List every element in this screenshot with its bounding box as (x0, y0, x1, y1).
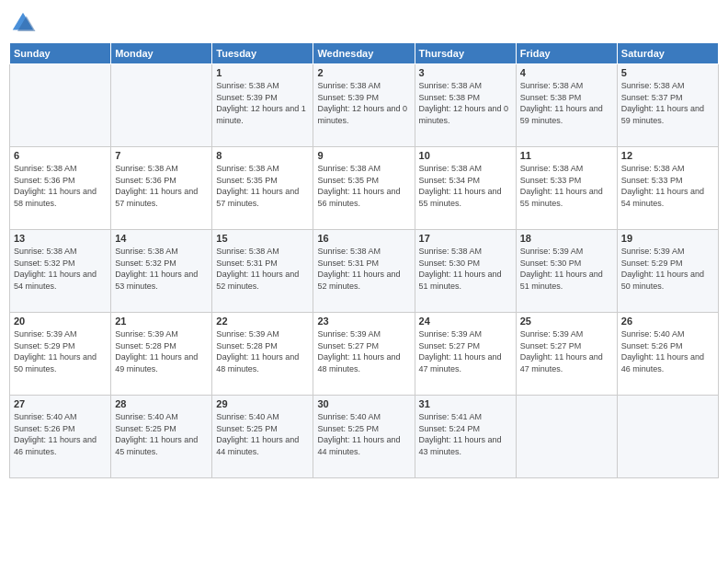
day-number: 4 (520, 67, 613, 78)
day-number: 20 (14, 316, 107, 327)
day-number: 26 (621, 316, 714, 327)
day-number: 15 (216, 233, 309, 244)
calendar-cell: 26Sunrise: 5:40 AM Sunset: 5:26 PM Dayli… (617, 313, 718, 396)
calendar-cell (617, 396, 718, 478)
cell-content: Sunrise: 5:38 AM Sunset: 5:38 PM Dayligh… (520, 80, 613, 126)
cell-content: Sunrise: 5:38 AM Sunset: 5:34 PM Dayligh… (419, 163, 512, 209)
cell-content: Sunrise: 5:39 AM Sunset: 5:29 PM Dayligh… (621, 246, 714, 292)
cell-content: Sunrise: 5:38 AM Sunset: 5:33 PM Dayligh… (621, 163, 714, 209)
cell-content: Sunrise: 5:40 AM Sunset: 5:25 PM Dayligh… (216, 411, 309, 457)
page-header (9, 9, 719, 37)
calendar-cell: 13Sunrise: 5:38 AM Sunset: 5:32 PM Dayli… (10, 230, 111, 313)
calendar-cell: 22Sunrise: 5:39 AM Sunset: 5:28 PM Dayli… (212, 313, 313, 396)
day-number: 11 (520, 150, 613, 161)
day-number: 28 (115, 398, 208, 409)
week-row-2: 13Sunrise: 5:38 AM Sunset: 5:32 PM Dayli… (10, 230, 719, 313)
calendar-cell: 14Sunrise: 5:38 AM Sunset: 5:32 PM Dayli… (111, 230, 212, 313)
cell-content: Sunrise: 5:38 AM Sunset: 5:39 PM Dayligh… (317, 80, 410, 126)
cell-content: Sunrise: 5:40 AM Sunset: 5:26 PM Dayligh… (14, 411, 107, 457)
header-cell-saturday: Saturday (617, 43, 718, 64)
day-number: 19 (621, 233, 714, 244)
day-number: 29 (216, 398, 309, 409)
calendar-cell: 24Sunrise: 5:39 AM Sunset: 5:27 PM Dayli… (415, 313, 516, 396)
calendar-cell: 5Sunrise: 5:38 AM Sunset: 5:37 PM Daylig… (617, 64, 718, 147)
day-number: 3 (419, 67, 512, 78)
calendar-cell: 4Sunrise: 5:38 AM Sunset: 5:38 PM Daylig… (516, 64, 617, 147)
day-number: 16 (317, 233, 410, 244)
day-number: 22 (216, 316, 309, 327)
cell-content: Sunrise: 5:38 AM Sunset: 5:39 PM Dayligh… (216, 80, 309, 126)
calendar-cell: 1Sunrise: 5:38 AM Sunset: 5:39 PM Daylig… (212, 64, 313, 147)
calendar-cell: 19Sunrise: 5:39 AM Sunset: 5:29 PM Dayli… (617, 230, 718, 313)
day-number: 27 (14, 398, 107, 409)
cell-content: Sunrise: 5:38 AM Sunset: 5:31 PM Dayligh… (317, 246, 410, 292)
cell-content: Sunrise: 5:38 AM Sunset: 5:38 PM Dayligh… (419, 80, 512, 126)
cell-content: Sunrise: 5:40 AM Sunset: 5:26 PM Dayligh… (621, 328, 714, 374)
header-cell-wednesday: Wednesday (313, 43, 415, 64)
day-number: 18 (520, 233, 613, 244)
cell-content: Sunrise: 5:38 AM Sunset: 5:30 PM Dayligh… (419, 246, 512, 292)
logo (9, 9, 40, 37)
calendar-cell: 29Sunrise: 5:40 AM Sunset: 5:25 PM Dayli… (212, 396, 313, 478)
calendar-table: SundayMondayTuesdayWednesdayThursdayFrid… (9, 42, 719, 478)
day-number: 14 (115, 233, 208, 244)
cell-content: Sunrise: 5:39 AM Sunset: 5:28 PM Dayligh… (216, 328, 309, 374)
cell-content: Sunrise: 5:38 AM Sunset: 5:33 PM Dayligh… (520, 163, 613, 209)
calendar-cell: 27Sunrise: 5:40 AM Sunset: 5:26 PM Dayli… (10, 396, 111, 478)
cell-content: Sunrise: 5:39 AM Sunset: 5:28 PM Dayligh… (115, 328, 208, 374)
day-number: 5 (621, 67, 714, 78)
day-number: 31 (419, 398, 512, 409)
calendar-cell: 17Sunrise: 5:38 AM Sunset: 5:30 PM Dayli… (415, 230, 516, 313)
day-number: 1 (216, 67, 309, 78)
calendar-cell (10, 64, 111, 147)
cell-content: Sunrise: 5:38 AM Sunset: 5:37 PM Dayligh… (621, 80, 714, 126)
header-row: SundayMondayTuesdayWednesdayThursdayFrid… (10, 43, 719, 64)
day-number: 13 (14, 233, 107, 244)
week-row-4: 27Sunrise: 5:40 AM Sunset: 5:26 PM Dayli… (10, 396, 719, 478)
day-number: 6 (14, 150, 107, 161)
cell-content: Sunrise: 5:38 AM Sunset: 5:36 PM Dayligh… (14, 163, 107, 209)
calendar-cell: 12Sunrise: 5:38 AM Sunset: 5:33 PM Dayli… (617, 147, 718, 230)
calendar-cell: 18Sunrise: 5:39 AM Sunset: 5:30 PM Dayli… (516, 230, 617, 313)
calendar-cell: 23Sunrise: 5:39 AM Sunset: 5:27 PM Dayli… (313, 313, 415, 396)
day-number: 30 (317, 398, 410, 409)
day-number: 2 (317, 67, 410, 78)
calendar-cell: 25Sunrise: 5:39 AM Sunset: 5:27 PM Dayli… (516, 313, 617, 396)
calendar-cell: 2Sunrise: 5:38 AM Sunset: 5:39 PM Daylig… (313, 64, 415, 147)
calendar-cell (111, 64, 212, 147)
calendar-cell: 7Sunrise: 5:38 AM Sunset: 5:36 PM Daylig… (111, 147, 212, 230)
day-number: 24 (419, 316, 512, 327)
calendar-cell: 15Sunrise: 5:38 AM Sunset: 5:31 PM Dayli… (212, 230, 313, 313)
cell-content: Sunrise: 5:39 AM Sunset: 5:27 PM Dayligh… (419, 328, 512, 374)
day-number: 9 (317, 150, 410, 161)
cell-content: Sunrise: 5:38 AM Sunset: 5:32 PM Dayligh… (115, 246, 208, 292)
calendar-cell: 31Sunrise: 5:41 AM Sunset: 5:24 PM Dayli… (415, 396, 516, 478)
cell-content: Sunrise: 5:38 AM Sunset: 5:31 PM Dayligh… (216, 246, 309, 292)
header-cell-monday: Monday (111, 43, 212, 64)
day-number: 12 (621, 150, 714, 161)
header-cell-thursday: Thursday (415, 43, 516, 64)
calendar-cell: 30Sunrise: 5:40 AM Sunset: 5:25 PM Dayli… (313, 396, 415, 478)
day-number: 23 (317, 316, 410, 327)
calendar-cell: 8Sunrise: 5:38 AM Sunset: 5:35 PM Daylig… (212, 147, 313, 230)
cell-content: Sunrise: 5:38 AM Sunset: 5:35 PM Dayligh… (317, 163, 410, 209)
cell-content: Sunrise: 5:38 AM Sunset: 5:36 PM Dayligh… (115, 163, 208, 209)
day-number: 8 (216, 150, 309, 161)
calendar-cell: 21Sunrise: 5:39 AM Sunset: 5:28 PM Dayli… (111, 313, 212, 396)
cell-content: Sunrise: 5:38 AM Sunset: 5:35 PM Dayligh… (216, 163, 309, 209)
week-row-0: 1Sunrise: 5:38 AM Sunset: 5:39 PM Daylig… (10, 64, 719, 147)
calendar-cell: 6Sunrise: 5:38 AM Sunset: 5:36 PM Daylig… (10, 147, 111, 230)
calendar-cell: 20Sunrise: 5:39 AM Sunset: 5:29 PM Dayli… (10, 313, 111, 396)
calendar-cell: 10Sunrise: 5:38 AM Sunset: 5:34 PM Dayli… (415, 147, 516, 230)
header-cell-sunday: Sunday (10, 43, 111, 64)
cell-content: Sunrise: 5:39 AM Sunset: 5:30 PM Dayligh… (520, 246, 613, 292)
calendar-cell: 16Sunrise: 5:38 AM Sunset: 5:31 PM Dayli… (313, 230, 415, 313)
day-number: 25 (520, 316, 613, 327)
calendar-cell: 9Sunrise: 5:38 AM Sunset: 5:35 PM Daylig… (313, 147, 415, 230)
cell-content: Sunrise: 5:40 AM Sunset: 5:25 PM Dayligh… (115, 411, 208, 457)
cell-content: Sunrise: 5:38 AM Sunset: 5:32 PM Dayligh… (14, 246, 107, 292)
calendar-cell: 3Sunrise: 5:38 AM Sunset: 5:38 PM Daylig… (415, 64, 516, 147)
cell-content: Sunrise: 5:39 AM Sunset: 5:27 PM Dayligh… (317, 328, 410, 374)
cell-content: Sunrise: 5:39 AM Sunset: 5:27 PM Dayligh… (520, 328, 613, 374)
calendar-cell: 28Sunrise: 5:40 AM Sunset: 5:25 PM Dayli… (111, 396, 212, 478)
